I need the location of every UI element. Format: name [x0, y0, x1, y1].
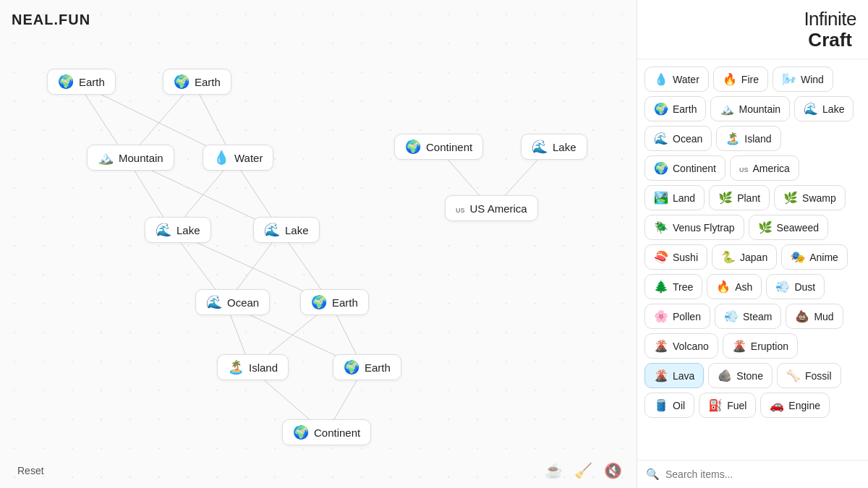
items-grid: 💧Water🔥Fire🌬️Wind🌍Earth🏔️Mountain🌊Lake🌊O… — [637, 59, 868, 460]
item-icon-eruption: 🌋 — [732, 339, 746, 353]
element-icon: 🌍 — [344, 361, 359, 374]
item-label: Wind — [801, 74, 824, 85]
element-card-e5[interactable]: 🌊Lake — [145, 217, 211, 243]
item-icon-mud: 💩 — [795, 309, 809, 323]
element-card-e6[interactable]: 🌊Lake — [253, 217, 320, 243]
item-icon-fire: 🔥 — [723, 72, 737, 86]
element-card-e13[interactable]: 🌊Lake — [521, 134, 587, 160]
sidebar-item-mud[interactable]: 💩Mud — [786, 304, 843, 329]
item-label: Anime — [809, 252, 838, 263]
item-label: Mountain — [739, 103, 780, 115]
sidebar-item-america[interactable]: USAmerica — [730, 155, 799, 181]
item-icon-water: 💧 — [654, 72, 668, 86]
element-card-e7[interactable]: 🌊Ocean — [195, 289, 270, 315]
item-icon-ash: 🔥 — [716, 280, 731, 294]
item-label: Plant — [737, 192, 760, 204]
element-label: Lake — [553, 141, 576, 153]
item-label: Eruption — [751, 341, 788, 352]
element-icon: 🌊 — [264, 223, 280, 236]
search-input[interactable] — [665, 468, 859, 480]
element-card-e10[interactable]: 🌍Earth — [333, 354, 401, 380]
element-card-e11[interactable]: 🌍Continent — [282, 419, 371, 445]
sidebar-item-earth[interactable]: 🌍Earth — [644, 96, 706, 121]
element-card-e8[interactable]: 🌍Earth — [300, 289, 369, 315]
sidebar-item-swamp[interactable]: 🌿Swamp — [774, 185, 846, 210]
game-logo-line1: Infinite — [804, 9, 856, 30]
element-label: Ocean — [227, 296, 259, 309]
sidebar-item-oil[interactable]: 🛢️Oil — [644, 393, 694, 418]
item-icon-lava: 🌋 — [654, 369, 668, 382]
element-label: Earth — [365, 361, 391, 374]
sidebar-item-pollen[interactable]: 🌸Pollen — [644, 304, 710, 329]
coffee-icon[interactable]: ☕ — [545, 462, 563, 479]
sidebar-item-continent[interactable]: 🌍Continent — [644, 155, 726, 181]
sidebar-item-water[interactable]: 💧Water — [644, 67, 709, 92]
element-card-e4[interactable]: 💧Water — [203, 145, 273, 171]
element-card-e9[interactable]: 🏝️Island — [217, 354, 289, 380]
sidebar-item-land[interactable]: 🏞️Land — [644, 185, 705, 210]
item-label: Fire — [741, 74, 759, 85]
element-card-e1[interactable]: 🌍Earth — [47, 69, 116, 95]
item-icon-oil: 🛢️ — [654, 398, 668, 412]
broom-icon[interactable]: 🧹 — [574, 462, 592, 479]
sidebar-item-fire[interactable]: 🔥Fire — [713, 67, 768, 92]
sidebar-item-venus-flytrap[interactable]: 🪲Venus Flytrap — [644, 215, 744, 240]
element-card-e12[interactable]: 🌍Continent — [394, 134, 483, 160]
item-label: America — [752, 163, 789, 174]
sidebar-item-island[interactable]: 🏝️Island — [716, 126, 780, 151]
sidebar-item-lava[interactable]: 🌋Lava — [644, 363, 704, 388]
item-icon-continent: 🌍 — [654, 161, 668, 175]
sound-icon[interactable]: 🔇 — [604, 462, 622, 479]
sidebar-item-stone[interactable]: 🪨Stone — [708, 363, 773, 388]
element-label: Island — [249, 361, 278, 374]
item-label: Fuel — [727, 400, 746, 411]
sidebar-item-fuel[interactable]: ⛽Fuel — [699, 393, 756, 418]
item-icon-pollen: 🌸 — [654, 309, 668, 323]
item-label: Japan — [740, 252, 767, 263]
item-icon-wind: 🌬️ — [782, 72, 796, 86]
item-icon-mountain: 🏔️ — [720, 102, 734, 116]
sidebar-item-ocean[interactable]: 🌊Ocean — [644, 126, 712, 151]
element-card-e2[interactable]: 🌍Earth — [163, 69, 231, 95]
sidebar-item-plant[interactable]: 🌿Plant — [709, 185, 770, 210]
sidebar-item-japan[interactable]: 🐍Japan — [712, 244, 777, 270]
sidebar-header: Infinite Craft — [637, 0, 868, 59]
canvas-area[interactable]: NEAL.FUN 🌍Earth🌍Earth🏔️Mountain💧Water🌊La… — [0, 0, 637, 488]
search-icon: 🔍 — [646, 468, 660, 481]
sidebar-item-seaweed[interactable]: 🌿Seaweed — [749, 215, 828, 240]
reset-button[interactable]: Reset — [12, 462, 50, 479]
item-icon-volcano: 🌋 — [654, 339, 668, 353]
element-label: Continent — [426, 141, 472, 153]
sidebar-item-volcano[interactable]: 🌋Volcano — [644, 333, 718, 359]
item-label: Ocean — [673, 133, 702, 145]
item-label: Continent — [673, 163, 716, 174]
sidebar-item-lake[interactable]: 🌊Lake — [794, 96, 854, 121]
element-card-e14[interactable]: USUS America — [445, 195, 538, 221]
sidebar-item-wind[interactable]: 🌬️Wind — [773, 67, 833, 92]
sidebar-item-dust[interactable]: 💨Dust — [766, 274, 825, 299]
item-icon-dust: 💨 — [775, 280, 790, 294]
sidebar-item-fossil[interactable]: 🦴Fossil — [777, 363, 841, 388]
item-label: Seaweed — [777, 222, 819, 234]
sidebar-item-sushi[interactable]: 🍣Sushi — [644, 244, 707, 270]
element-label: Lake — [285, 224, 309, 236]
sidebar-item-engine[interactable]: 🚗Engine — [760, 393, 830, 418]
sidebar-item-mountain[interactable]: 🏔️Mountain — [710, 96, 790, 121]
item-label: Venus Flytrap — [673, 222, 735, 234]
us-icon: US — [456, 202, 465, 215]
app-logo: NEAL.FUN — [12, 12, 90, 28]
sidebar-item-eruption[interactable]: 🌋Eruption — [723, 333, 798, 359]
canvas-toolbar: Reset ☕ 🧹 🔇 — [12, 462, 622, 479]
sidebar-item-steam[interactable]: 💨Steam — [715, 304, 781, 329]
sidebar-item-anime[interactable]: 🎭Anime — [781, 244, 848, 270]
sidebar: Infinite Craft 💧Water🔥Fire🌬️Wind🌍Earth🏔️… — [637, 0, 868, 488]
element-label: Earth — [332, 296, 358, 309]
item-label: Earth — [673, 103, 697, 115]
element-label: Mountain — [119, 152, 163, 164]
sidebar-item-ash[interactable]: 🔥Ash — [707, 274, 762, 299]
item-icon-island: 🏝️ — [726, 132, 740, 145]
element-card-e3[interactable]: 🏔️Mountain — [87, 145, 174, 171]
element-icon: 🏝️ — [228, 361, 244, 374]
element-icon: 🌊 — [532, 140, 548, 153]
sidebar-item-tree[interactable]: 🌲Tree — [644, 274, 702, 299]
